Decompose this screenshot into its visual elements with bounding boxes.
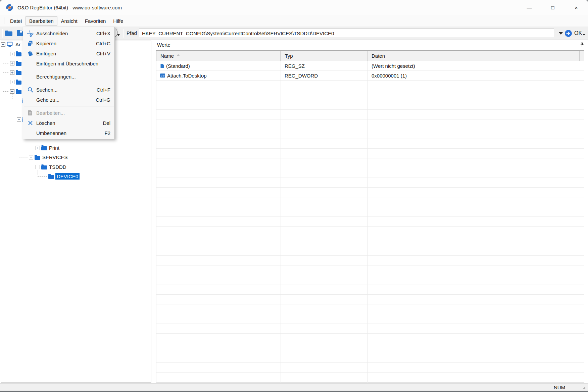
- menu-favoriten[interactable]: Favoriten: [81, 16, 110, 26]
- menu-datei[interactable]: Datei: [6, 16, 26, 26]
- combobox-caret-icon[interactable]: [117, 34, 120, 36]
- collapse-box-icon[interactable]: [17, 117, 21, 122]
- document-icon: [26, 109, 34, 116]
- value-data-cell[interactable]: 0x00000001 (1): [368, 71, 580, 80]
- menu-ansicht[interactable]: Ansicht: [57, 16, 81, 26]
- window-title: O&O RegEditor (64bit) - www.oo-software.…: [17, 5, 122, 10]
- toolbar-grip[interactable]: [2, 29, 3, 38]
- pin-icon[interactable]: [580, 42, 585, 47]
- ok-arrow-icon: [565, 30, 572, 37]
- value-type-cell[interactable]: REG_SZ: [281, 61, 368, 70]
- collapse-box-icon[interactable]: [10, 89, 14, 94]
- value-name: Attach.ToDesktop: [167, 73, 207, 79]
- tree-line: [3, 82, 9, 82]
- folder-icon: [16, 81, 21, 85]
- tree-node-label[interactable]: SERVICES: [42, 154, 68, 160]
- tree-line: [3, 54, 9, 54]
- folder-icon: [16, 71, 21, 75]
- menuitem-suchen[interactable]: Suchen... Ctrl+F: [23, 85, 114, 95]
- search-icon: [26, 86, 34, 93]
- expand-box-icon[interactable]: [10, 80, 14, 84]
- tree-row-root[interactable]: Ar: [1, 41, 21, 48]
- sort-ascending-icon: [177, 54, 180, 56]
- column-header-typ[interactable]: Typ: [281, 51, 368, 61]
- value-data-cell[interactable]: (Wert nicht gesetzt): [368, 61, 580, 70]
- menu-separator: [24, 83, 114, 83]
- menuitem-einfuegen-ueberschreiben[interactable]: Einfügen mit Überschreiben: [23, 58, 114, 68]
- column-header-daten[interactable]: Daten: [368, 51, 580, 61]
- resize-grip-icon[interactable]: [582, 385, 587, 390]
- menuitem-loeschen[interactable]: Löschen Del: [23, 118, 114, 128]
- tree-row-hive[interactable]: [10, 59, 21, 67]
- collapse-box-icon[interactable]: [1, 42, 5, 47]
- tree-node-label[interactable]: TSDDD: [48, 164, 67, 170]
- value-type: REG_SZ: [285, 63, 305, 69]
- open-folder-button[interactable]: [4, 28, 14, 38]
- tree-row-device0[interactable]: DEVICE0: [48, 173, 80, 180]
- tree-line: [19, 103, 19, 155]
- column-header-typ-label: Typ: [285, 53, 293, 59]
- tree-row-services[interactable]: SERVICES: [29, 153, 68, 161]
- menuitem-umbenennen[interactable]: Umbenennen F2: [23, 128, 114, 138]
- menuitem-berechtigungen[interactable]: Berechtigungen...: [23, 71, 114, 82]
- column-grid-line: [281, 61, 281, 383]
- collapse-box-icon[interactable]: [17, 99, 21, 103]
- ok-button[interactable]: OK: [565, 29, 582, 37]
- menuitem-ausschneiden[interactable]: Ausschneiden Ctrl+X: [23, 28, 114, 38]
- expand-box-icon[interactable]: [36, 146, 40, 150]
- value-name-cell[interactable]: (Standard): [156, 61, 281, 70]
- value-row-standard[interactable]: (Standard) REG_SZ (Wert nicht gesetzt): [156, 61, 584, 71]
- menuitem-kopieren[interactable]: Kopieren Ctrl+C: [23, 38, 114, 48]
- string-value-icon: [160, 63, 164, 68]
- value-name-cell[interactable]: 0-9 Attach.ToDesktop: [156, 71, 281, 80]
- tree-node-label[interactable]: Print: [48, 145, 60, 151]
- value-data: 0x00000001 (1): [372, 73, 407, 79]
- column-header-name[interactable]: Name: [156, 51, 281, 61]
- expand-box-icon[interactable]: [10, 70, 14, 75]
- values-panel-title: Werte: [157, 42, 170, 48]
- tree-line: [31, 160, 31, 165]
- values-table-header: Name Typ Daten: [156, 50, 584, 61]
- menu-separator: [24, 106, 114, 106]
- toolbar-overflow-caret-icon[interactable]: [583, 34, 585, 36]
- menuitem-bearbeiten[interactable]: Bearbeiten...: [23, 108, 114, 118]
- tree-row-hive[interactable]: [10, 50, 21, 57]
- expand-box-icon[interactable]: [10, 52, 14, 56]
- collapse-box-icon[interactable]: [29, 155, 33, 159]
- value-row-attachtodesktop[interactable]: 0-9 Attach.ToDesktop REG_DWORD 0x0000000…: [156, 71, 584, 81]
- tree-row-print[interactable]: Print: [36, 144, 60, 151]
- num-lock-indicator: NUM: [551, 384, 568, 391]
- maximize-button[interactable]: □: [541, 0, 565, 15]
- toolbar-separator: [123, 29, 124, 38]
- menuitem-einfuegen[interactable]: Einfügen Ctrl+V: [23, 48, 114, 58]
- title-bar: O&O RegEditor (64bit) - www.oo-software.…: [0, 0, 588, 15]
- tree-root-label[interactable]: Ar: [15, 41, 21, 48]
- tree-row-tsddd[interactable]: TSDDD: [36, 163, 67, 170]
- table-right-border: [584, 50, 584, 383]
- window-bottom-edge: [0, 391, 588, 392]
- minimize-button[interactable]: —: [518, 0, 541, 15]
- tree-line: [3, 72, 9, 73]
- tree-row-hive[interactable]: [10, 88, 21, 95]
- tree-selected-node-label[interactable]: DEVICE0: [55, 173, 80, 180]
- tree-row-hive[interactable]: [10, 78, 21, 86]
- collapse-box-icon[interactable]: [36, 165, 40, 169]
- status-bar: NUM: [0, 383, 588, 391]
- computer-icon: [7, 42, 13, 47]
- column-grid-line: [368, 61, 368, 383]
- menu-hilfe[interactable]: Hilfe: [109, 16, 127, 26]
- tree-row-hive[interactable]: [10, 69, 21, 76]
- value-type-cell[interactable]: REG_DWORD: [281, 71, 368, 80]
- menu-separator: [24, 70, 114, 70]
- edit-menu-popup: Ausschneiden Ctrl+X Kopieren Ctrl+C: [23, 27, 115, 139]
- close-button[interactable]: ×: [565, 0, 588, 15]
- folder-icon: [41, 165, 47, 169]
- tree-line: [38, 170, 38, 175]
- app-window: O&O RegEditor (64bit) - www.oo-software.…: [0, 0, 588, 392]
- app-logo-icon: [5, 3, 14, 12]
- path-label: Pfad: [127, 30, 137, 36]
- path-input[interactable]: HKEY_CURRENT_CONFIG\System\CurrentContro…: [139, 29, 554, 38]
- menuitem-gehe-zu[interactable]: Gehe zu... Ctrl+G: [23, 95, 114, 105]
- expand-box-icon[interactable]: [10, 61, 14, 65]
- menu-bearbeiten[interactable]: Bearbeiten: [26, 16, 57, 26]
